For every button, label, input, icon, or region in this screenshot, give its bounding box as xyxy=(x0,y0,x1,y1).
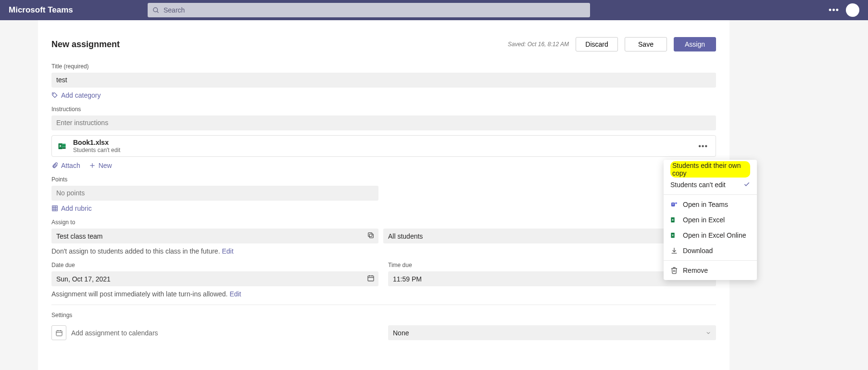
post-edit-link[interactable]: Edit xyxy=(229,290,241,298)
attach-icon xyxy=(51,162,58,169)
time-due-value[interactable] xyxy=(388,275,704,283)
svg-point-28 xyxy=(675,202,677,204)
main-content: New assignment Saved: Oct 16, 8:12 AM Di… xyxy=(38,20,730,370)
rubric-icon xyxy=(51,205,58,212)
settings-label: Settings xyxy=(51,312,716,319)
svg-text:X: X xyxy=(672,234,674,237)
attachment-more-icon[interactable]: ••• xyxy=(696,140,710,153)
download-icon xyxy=(670,247,678,255)
menu-open-teams[interactable]: T Open in Teams xyxy=(664,197,757,212)
add-rubric-link[interactable]: Add rubric xyxy=(51,204,716,212)
date-due-value[interactable] xyxy=(51,275,367,283)
new-label: New xyxy=(99,162,112,169)
calendar-box-icon xyxy=(51,325,66,340)
menu-open-excel-online[interactable]: X Open in Excel Online xyxy=(664,228,757,243)
attachment-name: Book1.xlsx xyxy=(73,139,120,147)
menu-divider xyxy=(664,194,757,195)
add-category-label: Add category xyxy=(61,91,101,99)
top-bar: Microsoft Teams ••• xyxy=(0,0,868,20)
svg-line-1 xyxy=(157,11,158,13)
assign-edit-link[interactable]: Edit xyxy=(222,247,233,255)
title-label: Title (required) xyxy=(51,63,716,70)
team-value[interactable] xyxy=(51,232,367,240)
new-link[interactable]: New xyxy=(89,162,112,169)
date-due-field[interactable] xyxy=(51,271,378,286)
calendar-dropdown[interactable]: None xyxy=(388,325,716,340)
post-helper: Assignment will post immediately with la… xyxy=(51,290,716,298)
tag-icon xyxy=(51,92,58,99)
copy-icon[interactable] xyxy=(367,231,375,241)
menu-students-own-copy[interactable]: Students edit their own copy xyxy=(664,162,757,177)
svg-rect-22 xyxy=(56,331,62,336)
more-icon[interactable]: ••• xyxy=(829,5,839,15)
svg-point-0 xyxy=(153,7,158,12)
calendar-icon[interactable] xyxy=(367,274,375,284)
excel-online-icon: X xyxy=(670,231,678,239)
add-rubric-label: Add rubric xyxy=(61,204,92,212)
avatar[interactable] xyxy=(846,3,859,17)
svg-rect-6 xyxy=(63,145,66,146)
svg-rect-16 xyxy=(369,234,373,238)
svg-rect-5 xyxy=(63,143,66,145)
plus-icon xyxy=(89,162,96,169)
attach-label: Attach xyxy=(61,162,80,169)
svg-rect-8 xyxy=(63,147,66,149)
menu-students-cant-edit[interactable]: Students can't edit xyxy=(664,177,757,192)
divider xyxy=(51,305,716,305)
calendar-dropdown-value: None xyxy=(393,329,409,337)
search-box[interactable] xyxy=(148,3,590,17)
instructions-label: Instructions xyxy=(51,106,716,113)
menu-divider xyxy=(664,260,757,261)
search-icon xyxy=(152,7,160,14)
add-category-link[interactable]: Add category xyxy=(51,91,716,99)
svg-rect-17 xyxy=(368,232,372,236)
teams-icon: T xyxy=(670,201,678,208)
excel-icon: X xyxy=(670,216,678,224)
attachment-context-menu: Students edit their own copy Students ca… xyxy=(664,160,757,280)
date-due-label: Date due xyxy=(51,262,383,268)
team-select[interactable] xyxy=(51,229,378,243)
title-input[interactable] xyxy=(51,73,716,88)
check-icon xyxy=(743,181,750,189)
search-input[interactable] xyxy=(164,6,585,14)
menu-open-excel[interactable]: X Open in Excel xyxy=(664,212,757,228)
points-label: Points xyxy=(51,176,716,183)
svg-text:X: X xyxy=(59,144,62,148)
svg-rect-11 xyxy=(52,206,58,211)
save-button[interactable]: Save xyxy=(625,37,667,51)
svg-point-2 xyxy=(53,94,54,94)
instructions-input[interactable] xyxy=(51,115,716,130)
page-title: New assignment xyxy=(51,39,120,50)
points-input[interactable] xyxy=(51,186,378,201)
attachment-subtext: Students can't edit xyxy=(73,147,120,153)
svg-text:T: T xyxy=(672,203,674,206)
chevron-down-icon xyxy=(705,330,711,336)
menu-download[interactable]: Download xyxy=(664,243,757,258)
assign-to-label: Assign to xyxy=(51,219,716,226)
menu-remove[interactable]: Remove xyxy=(664,263,757,278)
calendar-setting-label: Add assignment to calendars xyxy=(71,329,383,337)
attach-link[interactable]: Attach xyxy=(51,162,80,169)
saved-status: Saved: Oct 16, 8:12 AM xyxy=(508,41,569,48)
assign-button[interactable]: Assign xyxy=(674,37,716,51)
discard-button[interactable]: Discard xyxy=(576,37,618,51)
svg-text:X: X xyxy=(672,218,674,221)
attachment-card: X Book1.xlsx Students can't edit ••• xyxy=(51,135,716,157)
excel-icon: X xyxy=(58,142,66,151)
assign-helper: Don't assign to students added to this c… xyxy=(51,247,716,255)
app-title: Microsoft Teams xyxy=(9,5,73,15)
trash-icon xyxy=(670,267,678,274)
svg-rect-7 xyxy=(63,146,66,147)
svg-rect-18 xyxy=(368,276,374,281)
